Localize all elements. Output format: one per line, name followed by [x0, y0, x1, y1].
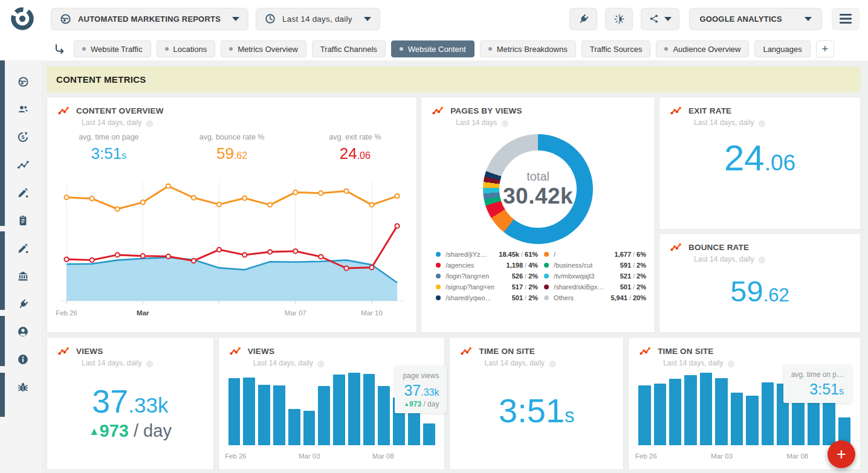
- time-on-site-value: 3:51s: [450, 390, 623, 430]
- legend-item[interactable]: /signup?lang=en 517/2%: [436, 282, 538, 292]
- bar[interactable]: [243, 378, 255, 445]
- overview-metrics: avg. time on page 3:51savg. bounce rate …: [47, 133, 416, 163]
- views-axis-labels: Feb 26Mar 03Mar 08: [228, 452, 435, 461]
- globe-icon: [60, 13, 71, 25]
- legend-item[interactable]: /login?lang=en 526/2%: [436, 271, 538, 282]
- legend-item[interactable]: /shared/jiYz… 18.45k/61%: [436, 249, 538, 260]
- sidebar-item-conversion-icon[interactable]: $: [5, 123, 41, 151]
- bar[interactable]: [669, 379, 681, 445]
- legend-color-dot: [436, 252, 441, 257]
- chevron-down-icon: [805, 17, 812, 21]
- metric-avg-time-on-page: avg. time on page 3:51s: [47, 133, 170, 163]
- legend-item[interactable]: Others 5,941/20%: [544, 292, 646, 303]
- tab-locations[interactable]: Locations: [157, 40, 216, 57]
- sidebar-item-users-icon[interactable]: [5, 95, 41, 123]
- sidebar-item-edit-icon[interactable]: [5, 179, 41, 207]
- tab-languages[interactable]: Languages: [754, 40, 810, 57]
- time-range-dropdown[interactable]: Last 14 days, daily: [256, 8, 380, 30]
- bar[interactable]: [273, 385, 285, 445]
- time-range-label: Last 14 days, daily: [282, 14, 352, 24]
- bar[interactable]: [288, 409, 300, 445]
- widget-title: TIME ON SITE: [658, 347, 713, 356]
- widget-title: BOUNCE RATE: [688, 243, 749, 252]
- tab-website-traffic[interactable]: Website Traffic: [74, 40, 151, 57]
- dashboard-tab-bar: Website TrafficLocationsMetrics Overview…: [0, 37, 868, 60]
- bar[interactable]: [762, 382, 774, 445]
- up-arrow-icon: ▲: [404, 401, 409, 407]
- data-source-label: GOOGLE ANALYTICS: [699, 14, 782, 24]
- tab-traffic-sources[interactable]: Traffic Sources: [581, 40, 651, 57]
- bar[interactable]: [378, 386, 390, 445]
- sidebar-accent-segment: [0, 373, 5, 417]
- chevron-down-icon: [664, 17, 672, 21]
- legend-item[interactable]: /agencies 1,198/4%: [436, 260, 538, 271]
- bar[interactable]: [638, 385, 650, 445]
- main-content: CONTENT METRICS CONTENT OVERVIEW Last 14…: [41, 60, 868, 473]
- add-tab-button[interactable]: +: [816, 40, 834, 57]
- sidebar-item-account-icon[interactable]: [5, 318, 41, 346]
- bar[interactable]: [700, 373, 712, 445]
- tab-dot: [165, 47, 169, 51]
- time-on-site-tooltip: avg. time on p… 3:51s: [783, 365, 852, 403]
- sidebar-item-trend-icon[interactable]: [5, 151, 41, 179]
- bar[interactable]: [363, 374, 375, 445]
- legend-item[interactable]: / 1,677/6%: [544, 249, 646, 260]
- sidebar: $: [0, 60, 41, 473]
- pages-donut-chart[interactable]: total 30.42k: [483, 134, 593, 244]
- share-dropdown-button[interactable]: [641, 8, 679, 30]
- sidebar-item-plug-icon[interactable]: [5, 290, 41, 318]
- add-widget-fab[interactable]: +: [828, 440, 855, 468]
- donut-total-label: total: [526, 170, 549, 184]
- sidebar-item-bank-icon[interactable]: [5, 262, 41, 290]
- sidebar-nav: $: [5, 60, 41, 401]
- bar[interactable]: [731, 393, 743, 445]
- sidebar-item-bug-icon[interactable]: [5, 373, 41, 401]
- axis-tick-label: Mar 03: [711, 452, 733, 460]
- sidebar-accent-segment: [0, 231, 5, 310]
- bar[interactable]: [715, 378, 727, 445]
- section-banner: CONTENT METRICS: [47, 66, 861, 92]
- tab-website-content[interactable]: Website Content: [391, 40, 474, 57]
- widget-subtitle: Last 14 days, daily: [484, 359, 544, 367]
- bar[interactable]: [228, 378, 241, 445]
- tab-traffic-channels[interactable]: Traffic Channels: [312, 40, 386, 57]
- bar[interactable]: [746, 396, 758, 445]
- legend-item[interactable]: /tv/mbxwqajt3 521/2%: [544, 271, 646, 282]
- bar[interactable]: [333, 375, 345, 445]
- bar[interactable]: [348, 373, 360, 445]
- bar[interactable]: [318, 386, 330, 445]
- sidebar-item-info-icon[interactable]: [5, 346, 41, 373]
- bar[interactable]: [423, 423, 435, 445]
- up-arrow-icon: ▲: [89, 425, 100, 437]
- bar[interactable]: [654, 384, 666, 445]
- widget-title: PAGES BY VIEWS: [450, 106, 522, 115]
- integrations-button[interactable]: [569, 8, 597, 30]
- tab-metrics-breakdowns[interactable]: Metrics Breakdowns: [480, 40, 576, 57]
- bar[interactable]: [684, 375, 696, 445]
- views-tooltip: page views 37.33k ▲973 / day: [395, 366, 447, 413]
- sidebar-item-edit-icon[interactable]: [5, 234, 41, 262]
- main-menu-button[interactable]: [832, 8, 860, 30]
- bar[interactable]: [303, 411, 316, 445]
- tab-metrics-overview[interactable]: Metrics Overview: [221, 40, 306, 57]
- legend-item[interactable]: /shared/yqwo… 501/2%: [436, 292, 538, 303]
- octoboard-logo: [10, 6, 35, 31]
- sidebar-item-clipboard-icon[interactable]: [5, 207, 41, 234]
- svg-text:Mar 07: Mar 07: [285, 309, 306, 317]
- logo-dot: [19, 16, 25, 22]
- widget-bounce-rate: BOUNCE RATE Last 14 days, daily ◎ 59.62: [659, 233, 861, 333]
- sparkline-icon: [670, 106, 683, 116]
- report-selector-dropdown[interactable]: AUTOMATED MARKETING REPORTS: [51, 8, 248, 30]
- widget-subtitle: Last 14 days, daily: [82, 118, 141, 127]
- bar[interactable]: [258, 385, 270, 445]
- report-selector-label: AUTOMATED MARKETING REPORTS: [78, 14, 221, 24]
- sidebar-accent-segment: [0, 316, 5, 366]
- widget-subtitle: Last 14 days: [456, 118, 497, 127]
- sidebar-item-globe-icon[interactable]: [5, 68, 41, 95]
- theme-button[interactable]: [605, 8, 633, 30]
- legend-item[interactable]: /shared/skiBgx… 501/2%: [544, 282, 646, 292]
- content-overview-line-chart[interactable]: Feb 26MarMar 07Mar 10: [54, 166, 409, 321]
- legend-item[interactable]: /business/cut 591/2%: [544, 260, 646, 271]
- data-source-dropdown[interactable]: GOOGLE ANALYTICS: [689, 8, 822, 30]
- tab-audience-overview[interactable]: Audience Overview: [656, 40, 749, 57]
